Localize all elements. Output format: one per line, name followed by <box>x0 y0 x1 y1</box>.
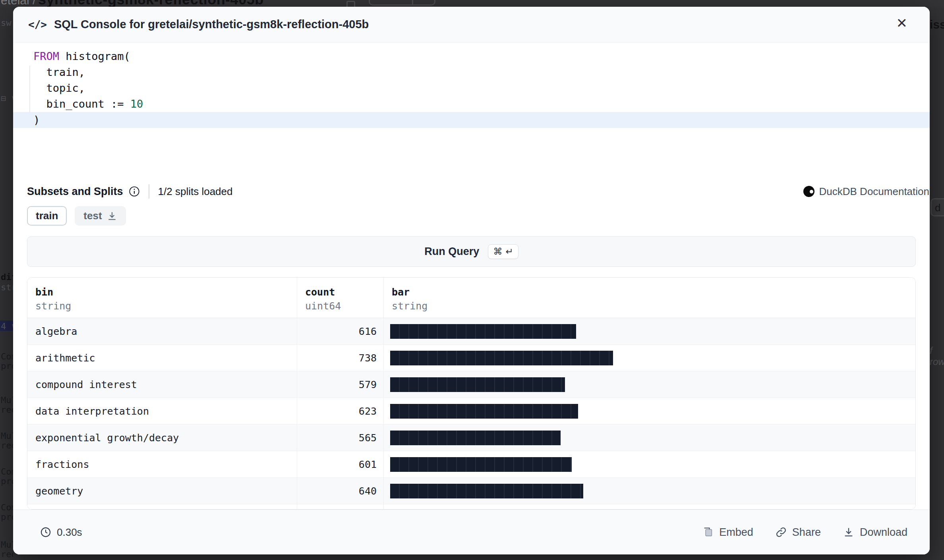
column-header-bin[interactable]: bin string <box>27 278 297 318</box>
backdrop-like-pill <box>369 0 435 6</box>
info-icon[interactable] <box>129 186 140 197</box>
table-row: exponential growth/decay565 <box>27 425 915 451</box>
download-icon <box>843 527 854 538</box>
cell-bar <box>384 318 915 344</box>
cell-bin: arithmetic <box>27 345 297 371</box>
cell-count <box>297 504 384 510</box>
cell-bar <box>384 371 915 398</box>
enter-key-icon: ↵ <box>505 246 513 257</box>
kbd-shortcut-badge: ⌘ ↵ <box>488 244 518 259</box>
backdrop-text-fragment: Com <box>1 351 13 361</box>
modal-title: SQL Console for gretelai/synthetic-gsm8k… <box>54 18 369 31</box>
backdrop-text-fragment: req <box>1 440 13 450</box>
cell-count: 565 <box>297 425 384 451</box>
table-header: bin string count uint64 bar string <box>27 278 915 318</box>
backdrop-text-fragment: Com <box>1 467 13 477</box>
duckdb-logo-icon <box>803 186 814 197</box>
table-row <box>27 504 915 510</box>
divider <box>149 184 149 199</box>
code-icon: </> <box>28 19 47 31</box>
pill-divider <box>412 0 413 4</box>
histogram-bar <box>390 431 561 445</box>
download-icon <box>107 211 117 221</box>
cell-bin: data interpretation <box>27 398 297 424</box>
backdrop-text-fragment: req <box>1 405 13 415</box>
split-button-train[interactable]: train <box>27 206 67 226</box>
backdrop-text-fragment: sw <box>1 18 12 28</box>
sql-console-modal: </> SQL Console for gretelai/synthetic-g… <box>13 7 930 554</box>
cell-count: 640 <box>297 478 384 504</box>
backdrop-right-fragments: issa d f row <box>930 7 944 560</box>
backdrop-text-fragment: Com <box>1 502 13 512</box>
backdrop-text-fragment: pro <box>1 476 13 486</box>
backdrop-left-fragments: sw⊟ ∨difstr4 ∨ComproMulreqMulreqComproCo… <box>0 7 13 560</box>
split-button-test[interactable]: test <box>75 206 126 226</box>
cell-bar <box>384 425 915 451</box>
cell-bin: geometry <box>27 478 297 504</box>
table-row: data interpretation623 <box>27 398 915 425</box>
table-row: compound interest579 <box>27 371 915 398</box>
backdrop-breadcrumb-fragment: etelai / <box>1 0 36 7</box>
cell-bar <box>384 504 915 510</box>
histogram-bar <box>390 377 565 392</box>
code-line: train, <box>13 64 930 80</box>
backdrop-text-fragment: pro <box>1 361 13 371</box>
cell-bar <box>384 478 915 504</box>
table-row: algebra616 <box>27 318 915 345</box>
modal-header: </> SQL Console for gretelai/synthetic-g… <box>13 7 930 42</box>
cell-count: 601 <box>297 451 384 477</box>
cell-bin: algebra <box>27 318 297 344</box>
backdrop-text-fragment: Mul <box>1 395 13 405</box>
cell-bin: exponential growth/decay <box>27 425 297 451</box>
run-query-button[interactable]: Run Query ⌘ ↵ <box>27 236 916 267</box>
histogram-bar <box>390 351 613 365</box>
subsets-splits-row: Subsets and Splits 1/2 splits loaded Duc… <box>27 183 929 199</box>
duration-text: 0.30s <box>57 526 82 539</box>
editor-gutter-line <box>29 66 30 112</box>
table-row: fractions601 <box>27 451 915 478</box>
backdrop-text-fragment: dif <box>1 272 13 282</box>
query-duration: 0.30s <box>40 526 82 539</box>
backdrop-text-fragment: req <box>1 549 13 559</box>
embed-label: Embed <box>719 526 753 539</box>
table-row: geometry640 <box>27 478 915 504</box>
close-icon[interactable]: ✕ <box>896 16 908 30</box>
splits-buttons: train test <box>27 206 126 226</box>
backdrop-croissant-fragment: issa <box>930 18 944 31</box>
table-body: algebra616arithmetic738compound interest… <box>27 318 915 510</box>
cell-count: 623 <box>297 398 384 424</box>
backdrop-text-fragment: 4 ∨ <box>1 321 13 331</box>
backdrop-rows-fragment: f row <box>930 345 944 367</box>
backdrop-button-fragment: d <box>930 198 944 216</box>
cell-bin <box>27 504 297 510</box>
code-line: bin_count := 10 <box>13 96 930 112</box>
split-test-label: test <box>83 210 102 222</box>
cell-bin: fractions <box>27 451 297 477</box>
splits-loaded-text: 1/2 splits loaded <box>158 185 233 198</box>
copy-icon <box>346 1 355 7</box>
column-header-bar[interactable]: bar string <box>384 278 915 318</box>
cell-count: 616 <box>297 318 384 344</box>
sql-editor[interactable]: FROM histogram( train, topic, bin_count … <box>13 48 930 128</box>
code-line-active: ) <box>13 112 930 128</box>
cmd-key-icon: ⌘ <box>493 246 502 257</box>
backdrop-dataset-title-fragment: synthetic-gsm8k-reflection-405b <box>38 0 264 7</box>
footer-actions: Embed Share Download <box>702 526 907 539</box>
embed-button[interactable]: Embed <box>702 526 753 539</box>
histogram-bar <box>390 324 576 339</box>
column-header-count[interactable]: count uint64 <box>297 278 384 318</box>
table-row: arithmetic738 <box>27 345 915 371</box>
histogram-bar <box>390 404 578 419</box>
duckdb-doc-link[interactable]: DuckDB Documentation <box>803 185 929 198</box>
backdrop-text-fragment: pro <box>1 512 13 522</box>
backdrop-text-fragment: Mul <box>1 540 13 550</box>
histogram-bar <box>390 457 572 472</box>
cell-count: 579 <box>297 371 384 398</box>
subsets-splits-title: Subsets and Splits <box>27 185 123 198</box>
backdrop-text-fragment: str <box>1 282 13 292</box>
download-button[interactable]: Download <box>843 526 907 539</box>
backdrop-top-strip: etelai / synthetic-gsm8k-reflection-405b <box>0 0 944 7</box>
code-line: FROM histogram( <box>13 48 930 64</box>
share-button[interactable]: Share <box>776 526 821 539</box>
cell-bar <box>384 398 915 424</box>
